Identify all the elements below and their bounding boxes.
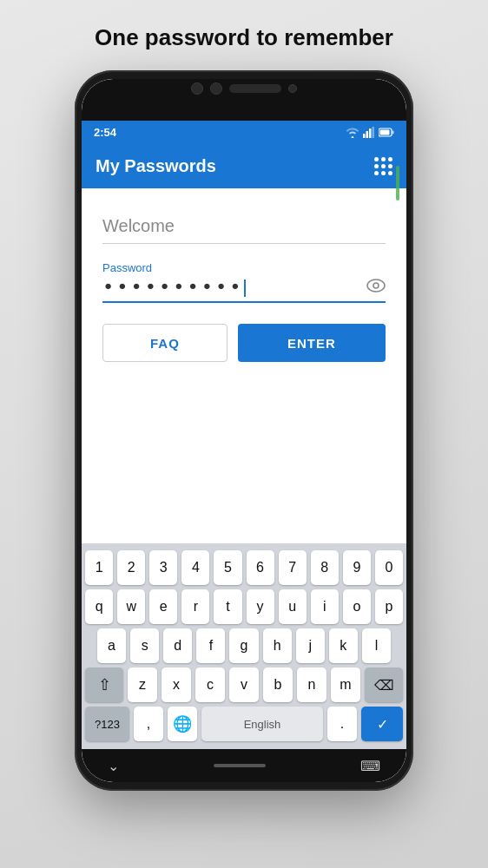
key-r[interactable]: r	[181, 589, 209, 624]
key-i[interactable]: i	[311, 589, 339, 624]
app-bar: My Passwords	[82, 143, 406, 188]
key-z[interactable]: z	[128, 667, 157, 702]
key-a[interactable]: a	[97, 628, 126, 663]
svg-rect-2	[369, 128, 372, 138]
key-d[interactable]: d	[163, 628, 192, 663]
svg-rect-5	[380, 129, 390, 135]
battery-icon	[379, 128, 394, 137]
key-1[interactable]: 1	[85, 550, 113, 585]
period-key[interactable]: .	[327, 707, 357, 741]
key-s[interactable]: s	[130, 628, 159, 663]
key-4[interactable]: 4	[181, 550, 209, 585]
password-label: Password	[102, 261, 386, 274]
globe-key[interactable]: 🌐	[168, 707, 197, 741]
bot-letter-row: ⇧ z x c v b n m ⌫	[85, 667, 403, 702]
keyboard: 1 2 3 4 5 6 7 8 9 0 q w e r t y u i	[82, 543, 406, 749]
key-e[interactable]: e	[149, 589, 177, 624]
bottom-bar: ⌄ ⌨	[82, 749, 406, 782]
camera-lens-left	[191, 82, 203, 95]
page-title: One password to remember	[0, 24, 488, 51]
key-f[interactable]: f	[196, 628, 225, 663]
status-icons	[346, 127, 394, 138]
camera-lens-right	[288, 84, 297, 93]
special-row: ?123 , 🌐 English . ✓	[85, 707, 403, 741]
space-key[interactable]: English	[201, 707, 323, 741]
key-w[interactable]: w	[117, 589, 145, 624]
symbols-key[interactable]: ?123	[85, 707, 129, 741]
key-3[interactable]: 3	[149, 550, 177, 585]
enter-key[interactable]: ✓	[361, 707, 403, 741]
app-content: Welcome Password •••••••••• FAQ ENTER	[82, 188, 406, 543]
keyboard-icon[interactable]: ⌨	[360, 758, 380, 774]
key-m[interactable]: m	[331, 667, 360, 702]
wifi-icon	[346, 127, 359, 138]
svg-rect-6	[392, 130, 394, 134]
mid-letter-row: a s d f g h j k l	[85, 628, 403, 663]
app-bar-title: My Passwords	[96, 156, 216, 176]
key-k[interactable]: k	[329, 628, 358, 663]
status-bar: 2:54	[82, 121, 406, 143]
backspace-key[interactable]: ⌫	[365, 667, 403, 702]
svg-point-7	[367, 279, 385, 292]
key-l[interactable]: l	[362, 628, 391, 663]
key-o[interactable]: o	[343, 589, 371, 624]
key-u[interactable]: u	[279, 589, 307, 624]
key-t[interactable]: t	[214, 589, 241, 624]
key-0[interactable]: 0	[375, 550, 403, 585]
password-dots: ••••••••••	[102, 276, 366, 298]
key-y[interactable]: y	[247, 589, 274, 624]
key-n[interactable]: n	[297, 667, 326, 702]
phone-screen: 2:54	[82, 79, 406, 782]
svg-rect-3	[373, 127, 375, 138]
key-8[interactable]: 8	[311, 550, 339, 585]
key-q[interactable]: q	[85, 589, 113, 624]
comma-key[interactable]: ,	[134, 707, 163, 741]
faq-button[interactable]: FAQ	[102, 324, 228, 362]
key-5[interactable]: 5	[214, 550, 241, 585]
key-h[interactable]: h	[263, 628, 292, 663]
nav-chevron[interactable]: ⌄	[108, 758, 119, 774]
signal-icon	[363, 127, 375, 138]
key-9[interactable]: 9	[343, 550, 371, 585]
button-row: FAQ ENTER	[102, 324, 386, 362]
welcome-text: Welcome	[102, 216, 386, 244]
number-row: 1 2 3 4 5 6 7 8 9 0	[85, 550, 403, 585]
enter-button[interactable]: ENTER	[238, 324, 386, 362]
scroll-indicator	[396, 166, 399, 201]
key-b[interactable]: b	[263, 667, 293, 702]
camera-bar	[82, 79, 406, 121]
key-7[interactable]: 7	[279, 550, 307, 585]
svg-rect-0	[363, 134, 366, 138]
svg-rect-1	[366, 131, 369, 138]
key-g[interactable]: g	[229, 628, 258, 663]
speaker	[229, 84, 281, 93]
grid-icon[interactable]	[374, 157, 392, 175]
key-6[interactable]: 6	[247, 550, 274, 585]
key-x[interactable]: x	[162, 667, 191, 702]
status-time: 2:54	[94, 126, 116, 139]
shift-key[interactable]: ⇧	[85, 667, 123, 702]
password-input-row[interactable]: ••••••••••	[102, 276, 386, 303]
eye-icon[interactable]	[366, 277, 386, 297]
key-v[interactable]: v	[229, 667, 259, 702]
top-letter-row: q w e r t y u i o p	[85, 589, 403, 624]
key-c[interactable]: c	[195, 667, 225, 702]
password-field-container: Password ••••••••••	[102, 261, 386, 303]
key-p[interactable]: p	[375, 589, 403, 624]
phone-frame: 2:54	[75, 70, 413, 791]
key-2[interactable]: 2	[117, 550, 145, 585]
home-bar	[214, 764, 266, 767]
key-j[interactable]: j	[296, 628, 325, 663]
svg-point-8	[373, 283, 379, 288]
camera-lens-center	[210, 82, 222, 95]
